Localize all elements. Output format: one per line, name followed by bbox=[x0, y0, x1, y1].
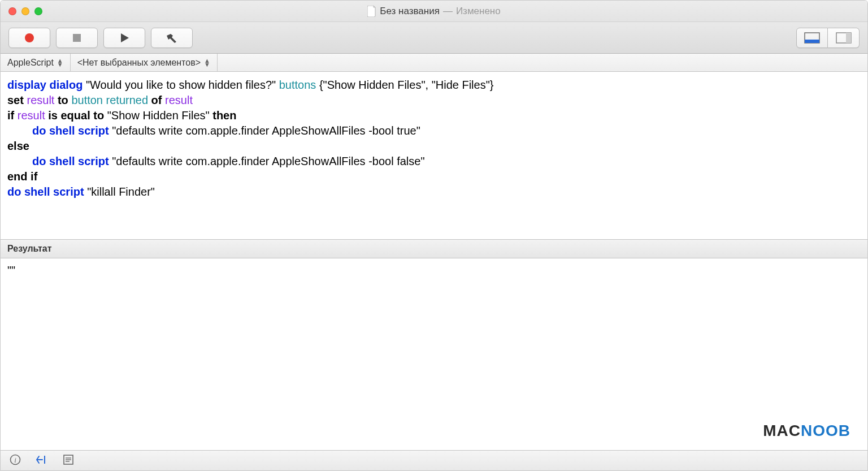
language-label: AppleScript bbox=[7, 58, 54, 68]
svg-point-0 bbox=[25, 33, 34, 42]
window-title: Без названия — Изменено bbox=[1, 6, 867, 17]
view-toggle-group bbox=[796, 28, 860, 48]
string-literal: "defaults write com.apple.finder AppleSh… bbox=[112, 155, 424, 167]
string-literal: "killall Finder" bbox=[87, 185, 155, 198]
chevron-up-down-icon: ▲▼ bbox=[204, 59, 210, 67]
kw-set: set bbox=[7, 94, 24, 106]
var-result: result bbox=[27, 94, 54, 106]
toolbar bbox=[1, 22, 867, 54]
language-selector[interactable]: AppleScript ▲▼ bbox=[1, 54, 71, 71]
show-side-pane-button[interactable] bbox=[828, 28, 860, 48]
string-literal: "defaults write com.apple.finder AppleSh… bbox=[112, 124, 420, 137]
svg-rect-4 bbox=[805, 40, 819, 43]
kw-of: of bbox=[151, 94, 162, 106]
watermark-part1: MAC bbox=[763, 422, 801, 439]
result-header-label: Результат bbox=[7, 244, 52, 254]
result-value: "" bbox=[7, 264, 15, 276]
description-tab-icon[interactable]: i bbox=[10, 454, 21, 468]
zoom-icon[interactable] bbox=[34, 7, 42, 15]
list-literal: {"Show Hidden Files", "Hide Files"} bbox=[319, 79, 494, 91]
kw-do-shell-script: do shell script bbox=[32, 155, 109, 167]
watermark: MACNOOB bbox=[763, 422, 850, 440]
script-editor-window: Без названия — Изменено bbox=[0, 0, 868, 471]
close-icon[interactable] bbox=[8, 7, 16, 15]
traffic-lights bbox=[8, 7, 42, 15]
elements-label: <Нет выбранных элементов> bbox=[77, 58, 201, 68]
status-bar: i bbox=[1, 450, 867, 470]
svg-marker-2 bbox=[121, 33, 129, 42]
log-tab-icon[interactable] bbox=[63, 454, 74, 468]
kw-do-shell-script: do shell script bbox=[32, 124, 109, 137]
kw-else: else bbox=[7, 140, 29, 152]
show-result-pane-button[interactable] bbox=[796, 28, 828, 48]
kw-is-equal-to: is equal to bbox=[48, 109, 104, 122]
var-result: result bbox=[165, 94, 193, 106]
kw-display-dialog: display dialog bbox=[7, 79, 83, 91]
svg-rect-6 bbox=[846, 33, 851, 43]
hammer-icon bbox=[165, 32, 179, 44]
kw-to: to bbox=[58, 94, 68, 106]
result-header: Результат bbox=[1, 239, 867, 258]
kw-if: if bbox=[7, 109, 14, 122]
svg-rect-1 bbox=[73, 34, 81, 42]
chevron-up-down-icon: ▲▼ bbox=[57, 59, 63, 67]
kw-end-if: end if bbox=[7, 170, 37, 183]
title-status: Изменено bbox=[456, 6, 501, 17]
document-icon bbox=[367, 6, 376, 17]
kw-do-shell-script: do shell script bbox=[7, 185, 84, 198]
side-pane-icon bbox=[836, 32, 852, 44]
stop-button[interactable] bbox=[56, 28, 98, 48]
result-tab-icon[interactable] bbox=[36, 454, 48, 468]
svg-text:i: i bbox=[14, 456, 16, 464]
string-literal: "Would you like to show hidden files?" bbox=[86, 79, 276, 91]
title-text: Без названия bbox=[380, 6, 440, 17]
compile-button[interactable] bbox=[151, 28, 193, 48]
string-literal: "Show Hidden Files" bbox=[107, 109, 210, 122]
run-button[interactable] bbox=[103, 28, 145, 48]
bottom-pane-icon bbox=[804, 32, 820, 44]
kw-button-returned: button returned bbox=[71, 94, 148, 106]
kw-buttons: buttons bbox=[279, 79, 316, 91]
record-button[interactable] bbox=[8, 28, 50, 48]
titlebar[interactable]: Без названия — Изменено bbox=[1, 1, 867, 22]
navigation-bar: AppleScript ▲▼ <Нет выбранных элементов>… bbox=[1, 54, 867, 72]
kw-then: then bbox=[212, 109, 236, 122]
minimize-icon[interactable] bbox=[21, 7, 29, 15]
title-separator: — bbox=[443, 6, 453, 17]
elements-selector[interactable]: <Нет выбранных элементов> ▲▼ bbox=[71, 54, 218, 71]
code-editor[interactable]: display dialog "Would you like to show h… bbox=[1, 72, 867, 239]
result-pane[interactable]: "" MACNOOB bbox=[1, 258, 867, 450]
var-result: result bbox=[18, 109, 45, 122]
watermark-part2: NOOB bbox=[801, 422, 850, 439]
